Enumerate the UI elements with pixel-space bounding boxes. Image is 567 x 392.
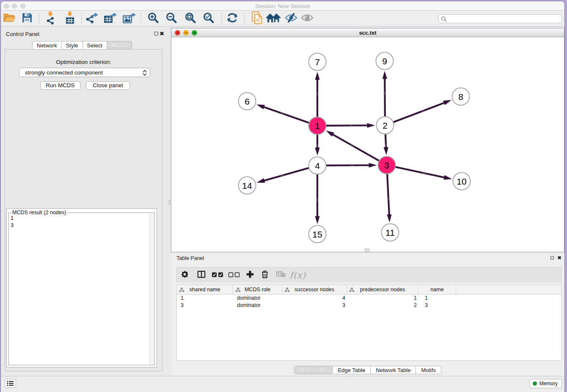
node-8[interactable]: 8 xyxy=(452,88,470,105)
node-10[interactable]: 10 xyxy=(453,173,471,190)
node-2[interactable]: 2 xyxy=(377,117,394,134)
export-image-icon[interactable] xyxy=(122,11,137,26)
table-tab-motifs[interactable]: Motifs xyxy=(416,366,441,374)
node-15[interactable]: 15 xyxy=(309,226,326,243)
table-toolbar: f(x) xyxy=(176,267,561,282)
select-chevrons-icon xyxy=(142,69,147,76)
deselect-all-icon[interactable] xyxy=(228,271,240,279)
network-window-titlebar: scc.txt xyxy=(171,28,564,37)
save-session-icon[interactable] xyxy=(22,12,33,25)
control-panel-close-button[interactable]: ✖ xyxy=(160,32,164,36)
import-network-icon[interactable] xyxy=(44,11,57,26)
duplicate-network-icon[interactable] xyxy=(251,11,263,26)
node-1[interactable]: 1 xyxy=(309,117,326,135)
search-icon xyxy=(441,16,447,22)
node-3[interactable]: 3 xyxy=(378,157,396,174)
mcds-result-box: MCDS result (2 nodes) 1 3 xyxy=(6,208,157,367)
control-tab-select[interactable]: Select xyxy=(83,41,107,50)
control-tab-style[interactable]: Style xyxy=(62,41,83,50)
table-settings-icon[interactable] xyxy=(181,271,188,279)
table-header-row: shared name MCDS role successor nodes pr… xyxy=(177,285,561,295)
node-4[interactable]: 4 xyxy=(309,157,326,174)
column-header-MCDS-role[interactable]: MCDS role xyxy=(233,285,282,294)
vertical-split-handle[interactable] xyxy=(169,200,171,204)
select-all-icon[interactable] xyxy=(212,271,223,279)
node-6[interactable]: 6 xyxy=(239,93,256,110)
svg-text:3: 3 xyxy=(384,160,389,170)
memory-button[interactable]: Memory xyxy=(529,379,562,388)
svg-text:6: 6 xyxy=(245,97,250,106)
delete-column-icon[interactable] xyxy=(261,271,268,280)
node-9[interactable]: 9 xyxy=(376,52,394,70)
refresh-layout-icon[interactable] xyxy=(226,12,238,25)
edge-2-8[interactable] xyxy=(385,100,451,125)
mcds-result-title: MCDS result (2 nodes) xyxy=(11,210,67,215)
toolbar-separator xyxy=(81,14,82,24)
zoom-fit-icon[interactable] xyxy=(185,12,196,25)
close-panel-button[interactable]: Close panel xyxy=(86,81,130,90)
table-cell: 3 xyxy=(177,302,233,309)
search-box xyxy=(438,14,562,23)
svg-text:2: 2 xyxy=(383,121,388,130)
svg-text:8: 8 xyxy=(458,92,463,102)
application-window: Session: New Session xyxy=(1,1,564,392)
svg-text:10: 10 xyxy=(457,177,466,186)
control-tab-network[interactable]: Network xyxy=(32,41,62,50)
table-cell: 1 xyxy=(418,295,456,302)
table-panel-float-button[interactable] xyxy=(550,256,554,259)
export-network-icon[interactable] xyxy=(85,11,99,26)
table-cell: dominator xyxy=(233,302,282,309)
task-list-icon xyxy=(7,381,14,386)
table-tab-network-table[interactable]: Network Table xyxy=(371,366,416,374)
column-header-successor-nodes[interactable]: successor nodes xyxy=(282,285,347,294)
column-header-predecessor-nodes[interactable]: predecessor nodes xyxy=(347,285,418,294)
show-all-icon[interactable] xyxy=(301,13,314,24)
open-session-icon[interactable] xyxy=(3,12,16,25)
edge-3-10[interactable] xyxy=(387,165,452,180)
column-header-name[interactable]: name xyxy=(418,285,456,294)
add-column-icon[interactable] xyxy=(247,271,254,279)
network-window-title: scc.txt xyxy=(171,30,564,36)
edge-4-14[interactable] xyxy=(257,166,317,183)
control-panel-float-button[interactable] xyxy=(154,32,158,36)
node-14[interactable]: 14 xyxy=(239,177,256,194)
window-title: Session: New Session xyxy=(1,3,564,9)
control-tab-mcds[interactable]: MCDS xyxy=(107,41,132,50)
node-11[interactable]: 11 xyxy=(382,224,399,241)
network-canvas[interactable]: 1234678910111415 xyxy=(171,37,564,252)
mcds-result-border: MCDS result (2 nodes) 1 3 xyxy=(8,213,155,365)
svg-text:11: 11 xyxy=(385,228,395,237)
zoom-out-icon[interactable] xyxy=(166,12,177,25)
column-header-shared-name[interactable]: shared name xyxy=(177,285,233,294)
task-history-button[interactable] xyxy=(5,379,16,388)
import-table-icon[interactable] xyxy=(63,11,76,26)
node-7[interactable]: 7 xyxy=(309,53,326,71)
show-columns-icon[interactable] xyxy=(198,271,206,279)
edge-3-1[interactable] xyxy=(326,131,387,165)
table-tab-node-table[interactable]: Node Table xyxy=(294,366,333,374)
table-row[interactable]: 1dominator411 xyxy=(177,295,561,302)
svg-text:7: 7 xyxy=(315,57,320,67)
export-table-icon[interactable] xyxy=(103,11,118,26)
table-panel-close-button[interactable]: ✖ xyxy=(557,256,561,260)
control-panel-tabs: NetworkStyleSelectMCDS xyxy=(32,41,132,50)
first-neighbors-icon[interactable] xyxy=(266,12,281,25)
hide-selected-icon[interactable] xyxy=(285,13,297,25)
zoom-selected-icon[interactable] xyxy=(203,12,215,25)
table-row[interactable]: 3dominator323 xyxy=(177,302,561,309)
window-titlebar: Session: New Session xyxy=(1,1,564,11)
horizontal-split-handle[interactable] xyxy=(365,248,369,251)
search-input[interactable] xyxy=(448,15,559,22)
table-cell: 2 xyxy=(347,302,418,309)
table-cell: 1 xyxy=(177,295,233,302)
table-tab-edge-table[interactable]: Edge Table xyxy=(333,366,371,374)
mcds-result-scrollbar[interactable] xyxy=(149,213,154,364)
mcds-result-text: 1 3 xyxy=(11,215,14,229)
memory-status-dot xyxy=(533,381,537,386)
criterion-select[interactable]: strongly connected component xyxy=(19,68,150,77)
table-panel-tabs: Node TableEdge TableNetwork TableMotifs xyxy=(171,366,564,374)
status-bar: Memory xyxy=(1,376,564,392)
edge-1-6[interactable] xyxy=(256,105,317,126)
zoom-in-icon[interactable] xyxy=(148,12,159,25)
run-mcds-button[interactable]: Run MCDS xyxy=(40,81,80,90)
